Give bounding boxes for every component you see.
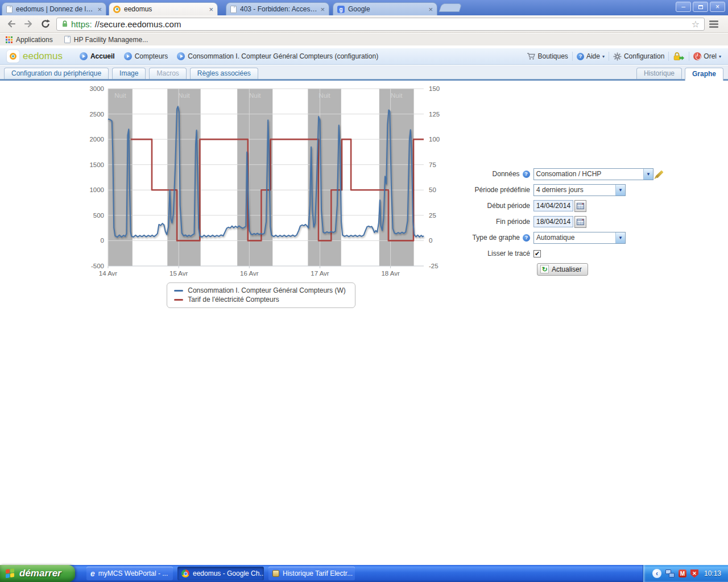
menu-configuration[interactable]: Configuration [613, 52, 664, 61]
arrow-circle-icon [80, 52, 88, 60]
help-icon: ? [577, 53, 584, 60]
svg-text:0: 0 [101, 237, 104, 244]
antivirus-icon[interactable]: M [679, 569, 686, 577]
browser-tab-2-active[interactable]: eedomus × [109, 2, 218, 15]
breadcrumb-compteurs[interactable]: Compteurs [124, 52, 168, 60]
restore-button[interactable] [693, 2, 708, 12]
svg-text:-25: -25 [429, 263, 439, 269]
tab-configuration-peripherique[interactable]: Configuration du périphérique [4, 68, 109, 79]
svg-text:16 Avr: 16 Avr [240, 270, 259, 277]
close-tab-icon[interactable]: × [97, 6, 102, 13]
debut-periode-input[interactable]: 14/04/2014 [533, 200, 573, 211]
chevron-down-icon[interactable]: ▼ [615, 185, 625, 196]
bookmark-apps[interactable]: Applications [6, 36, 53, 44]
menu-label: Boutiques [538, 52, 568, 60]
arrow-circle-icon [177, 52, 185, 60]
legend-item-tariff: Tarif de l'électricité Compteurs [174, 295, 345, 304]
tab-regles-associees[interactable]: Règles associées [190, 68, 258, 79]
browser-toolbar: https://secure.eedomus.com ☆ [0, 15, 728, 33]
network-icon[interactable] [665, 569, 675, 577]
address-bar[interactable]: https://secure.eedomus.com ☆ [56, 18, 705, 31]
bookmark-star-icon[interactable]: ☆ [692, 19, 700, 30]
device-subnav: Configuration du périphérique Image Macr… [0, 65, 728, 81]
consumption-series-swatch [174, 290, 183, 292]
menu-user-orel[interactable]: Orel ▾ [693, 52, 721, 60]
svg-text:75: 75 [429, 161, 436, 168]
chrome-icon [181, 569, 189, 577]
browser-tab-3[interactable]: 403 - Forbidden: Access is d × [226, 2, 329, 15]
browser-tab-1[interactable]: eedomus | Donnez de l'intelli × [2, 2, 106, 15]
eedomus-logo-icon[interactable] [7, 50, 19, 63]
svg-text:Nuit: Nuit [114, 92, 126, 99]
svg-text:2500: 2500 [89, 111, 104, 118]
ssl-lock-icon [61, 20, 68, 28]
svg-text:500: 500 [93, 212, 104, 219]
chevron-down-icon[interactable]: ▼ [615, 232, 625, 243]
security-alert-icon[interactable]: ✕ [690, 569, 698, 578]
browser-tab-4[interactable]: g Google × [333, 2, 437, 15]
tab-image[interactable]: Image [112, 68, 146, 79]
fin-periode-input[interactable]: 18/04/2014 [533, 216, 573, 227]
menu-aide[interactable]: ? Aide ▾ [577, 52, 605, 60]
calendar-icon [577, 218, 584, 225]
svg-text:50: 50 [429, 186, 436, 193]
back-icon[interactable] [5, 18, 18, 30]
chevron-down-icon[interactable]: ▼ [643, 169, 653, 180]
close-button[interactable]: × [710, 2, 725, 12]
tariff-series-swatch [174, 299, 183, 301]
field-label: Données ? [445, 170, 533, 178]
new-tab-button[interactable] [439, 3, 462, 12]
close-tab-icon[interactable]: × [209, 6, 213, 13]
periode-select[interactable]: 4 derniers jours ▼ [533, 184, 626, 196]
start-label: démarrer [19, 568, 61, 579]
taskbar-task-mymcs[interactable]: e myMCS WebPortal - ... [86, 567, 173, 580]
task-label: Historique Tarif Electr... [283, 569, 353, 577]
calendar-button[interactable] [574, 200, 586, 212]
field-label: Fin période [445, 218, 533, 226]
menu-boutiques[interactable]: Boutiques [527, 52, 568, 60]
edit-pencil-icon[interactable] [655, 170, 663, 178]
breadcrumb-device[interactable]: Consommation I. Compteur Général Compteu… [177, 52, 378, 60]
type-graphe-select[interactable]: Automatique ▼ [533, 232, 626, 244]
chrome-menu-icon[interactable] [709, 18, 723, 30]
forward-icon[interactable] [22, 18, 35, 30]
donnees-select[interactable]: Consomation / HCHP ▼ [533, 168, 653, 180]
form-row-fin-periode: Fin période 18/04/2014 [445, 214, 661, 230]
brand-name[interactable]: eedomus [23, 51, 63, 62]
chart-area: -500-25005002510005015007520001002500125… [78, 83, 444, 308]
close-tab-icon[interactable]: × [428, 6, 433, 13]
lock-session-button[interactable] [673, 52, 685, 61]
divider [609, 52, 609, 61]
help-icon[interactable]: ? [523, 234, 530, 242]
minimize-button[interactable]: – [676, 2, 691, 12]
menu-label: Configuration [624, 52, 664, 60]
divider [572, 52, 573, 61]
reload-icon[interactable] [39, 18, 52, 30]
svg-text:17 Avr: 17 Avr [311, 270, 329, 277]
selected-value: Consomation / HCHP [534, 169, 643, 180]
label-text: Lisser le tracé [487, 250, 530, 257]
actualiser-button[interactable]: ↻ Actualiser [537, 263, 588, 276]
tab-graphe[interactable]: Graphe [685, 68, 723, 81]
button-label: Actualiser [552, 265, 582, 273]
calendar-button[interactable] [574, 216, 586, 228]
power-icon [693, 52, 701, 60]
start-button[interactable]: démarrer [0, 565, 75, 582]
tray-expand-icon[interactable]: ‹ [652, 569, 661, 578]
svg-text:25: 25 [429, 212, 436, 219]
svg-text:1500: 1500 [89, 161, 104, 168]
taskbar-task-historique[interactable]: Historique Tarif Electr... [268, 567, 355, 580]
lisser-checkbox[interactable]: ✔ [533, 250, 541, 257]
taskbar-task-eedomus[interactable]: eedomus - Google Ch... [177, 567, 264, 580]
url-scheme: https: [71, 19, 92, 29]
tab-historique[interactable]: Historique [636, 68, 682, 79]
subnav-right-tabs: Historique Graphe [636, 68, 723, 79]
svg-text:150: 150 [429, 85, 440, 92]
label-text: Période prédéfinie [475, 186, 530, 194]
breadcrumb-accueil[interactable]: Accueil [80, 52, 115, 60]
bookmark-hp-facility[interactable]: HP Facility Manageme... [64, 36, 148, 44]
help-icon[interactable]: ? [523, 171, 530, 178]
close-tab-icon[interactable]: × [320, 6, 325, 13]
task-label: eedomus - Google Ch... [193, 569, 264, 577]
eedomus-header: eedomus Accueil Compteurs Consommation I… [0, 48, 728, 65]
